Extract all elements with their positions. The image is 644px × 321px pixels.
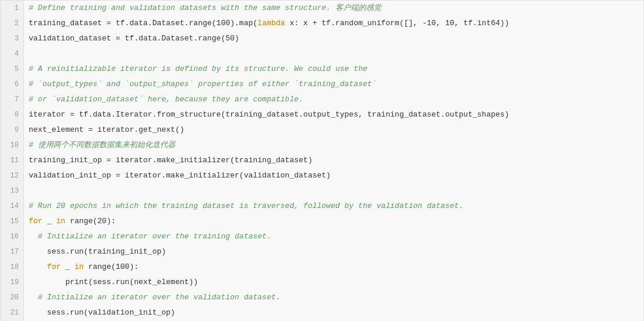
token-comment: # Define training and validation dataset… xyxy=(29,4,381,12)
token-normal xyxy=(29,232,38,241)
line-row: 18 for _ in range(100): xyxy=(1,259,643,275)
line-content: # Define training and validation dataset… xyxy=(24,1,643,16)
line-content: # 使用两个不同数据数据集来初始化迭代器 xyxy=(24,138,643,153)
line-row: 13 xyxy=(1,183,643,199)
token-comment: # Run 20 epochs in which the training da… xyxy=(29,202,463,210)
token-normal: training_init_op = iterator.make_initial… xyxy=(29,156,313,165)
token-normal: validation_dataset = tf.data.Dataset.ran… xyxy=(29,34,239,43)
line-row: 19 print(sess.run(next_element)) xyxy=(1,275,643,290)
line-content: # A reinitializable iterator is defined … xyxy=(24,62,643,77)
line-content: # Initialize an iterator over the traini… xyxy=(24,229,643,244)
line-number: 10 xyxy=(1,138,24,153)
line-content: # Run 20 epochs in which the training da… xyxy=(24,199,643,214)
line-content: for _ in range(100): xyxy=(24,259,643,275)
line-row: 11training_init_op = iterator.make_initi… xyxy=(1,153,643,168)
token-keyword: for xyxy=(47,262,60,271)
token-keyword: in xyxy=(56,217,66,226)
token-comment: # Initialize an iterator over the traini… xyxy=(38,232,272,241)
line-content: # Initialize an iterator over the valida… xyxy=(24,290,643,305)
token-normal: range(100): xyxy=(84,262,139,271)
code-editor: 1# Define training and validation datase… xyxy=(0,0,644,321)
line-number: 18 xyxy=(1,259,24,275)
line-row: 4 xyxy=(1,46,643,62)
token-normal: _ xyxy=(61,262,74,271)
line-number: 2 xyxy=(1,16,24,31)
line-row: 8iterator = tf.data.Iterator.from_struct… xyxy=(1,107,643,122)
line-number: 16 xyxy=(1,229,24,244)
line-number: 19 xyxy=(1,275,24,290)
token-comment: # 使用两个不同数据数据集来初始化迭代器 xyxy=(29,141,175,149)
line-number: 13 xyxy=(1,183,24,199)
token-normal: iterator = tf.data.Iterator.from_structu… xyxy=(29,110,509,119)
line-number: 9 xyxy=(1,122,24,138)
line-row: 5# A reinitializable iterator is defined… xyxy=(1,62,643,77)
token-keyword: in xyxy=(74,262,84,271)
token-comment: # Initialize an iterator over the valida… xyxy=(38,293,280,302)
line-content: # `output_types` and `output_shapes` pro… xyxy=(24,77,643,92)
line-row: 17 sess.run(training_init_op) xyxy=(1,244,643,259)
line-row: 1# Define training and validation datase… xyxy=(1,1,643,16)
line-row: 20 # Initialize an iterator over the val… xyxy=(1,290,643,305)
line-row: 16 # Initialize an iterator over the tra… xyxy=(1,229,643,244)
token-normal: sess.run(training_init_op) xyxy=(29,247,166,256)
line-row: 21 sess.run(validation_init_op) xyxy=(1,305,643,320)
line-row: 14# Run 20 epochs in which the training … xyxy=(1,199,643,214)
line-content xyxy=(24,46,643,49)
line-content: for _ in range(20): xyxy=(24,214,643,229)
line-row: 15for _ in range(20): xyxy=(1,214,643,229)
line-number: 7 xyxy=(1,92,24,107)
line-content: training_dataset = tf.data.Dataset.range… xyxy=(24,16,643,31)
line-row: 2training_dataset = tf.data.Dataset.rang… xyxy=(1,16,643,31)
line-row: 3validation_dataset = tf.data.Dataset.ra… xyxy=(1,31,643,46)
token-normal: sess.run(validation_init_op) xyxy=(29,308,175,317)
line-number: 14 xyxy=(1,199,24,214)
line-content: # or `validation_dataset` here, because … xyxy=(24,92,643,107)
line-content: validation_init_op = iterator.make_initi… xyxy=(24,168,643,183)
token-normal: validation_init_op = iterator.make_initi… xyxy=(29,171,331,180)
line-content: print(sess.run(next_element)) xyxy=(24,275,643,290)
token-normal: next_element = iterator.get_next() xyxy=(29,125,184,134)
line-number: 4 xyxy=(1,46,24,62)
line-row: 6# `output_types` and `output_shapes` pr… xyxy=(1,77,643,92)
line-row: 9next_element = iterator.get_next() xyxy=(1,122,643,138)
token-comment: # `output_types` and `output_shapes` pro… xyxy=(29,80,377,88)
line-number: 3 xyxy=(1,31,24,46)
line-row: 7# or `validation_dataset` here, because… xyxy=(1,92,643,107)
token-normal xyxy=(29,262,47,271)
code-lines: 1# Define training and validation datase… xyxy=(1,1,643,321)
line-number: 5 xyxy=(1,62,24,77)
token-normal: training_dataset = tf.data.Dataset.range… xyxy=(29,19,257,28)
line-number: 15 xyxy=(1,214,24,229)
line-content: training_init_op = iterator.make_initial… xyxy=(24,153,643,168)
line-number: 17 xyxy=(1,244,24,259)
line-content: next_element = iterator.get_next() xyxy=(24,122,643,138)
line-number: 11 xyxy=(1,153,24,168)
line-content: sess.run(training_init_op) xyxy=(24,244,643,259)
line-content: iterator = tf.data.Iterator.from_structu… xyxy=(24,107,643,122)
line-number: 12 xyxy=(1,168,24,183)
line-number: 20 xyxy=(1,290,24,305)
line-number: 21 xyxy=(1,305,24,320)
token-normal: _ xyxy=(42,217,56,226)
line-number: 6 xyxy=(1,77,24,92)
token-normal xyxy=(29,293,38,302)
token-normal: x: x + tf.random_uniform([], -10, 10, tf… xyxy=(285,19,509,28)
line-content: validation_dataset = tf.data.Dataset.ran… xyxy=(24,31,643,46)
line-row: 10# 使用两个不同数据数据集来初始化迭代器 xyxy=(1,138,643,153)
line-row: 12validation_init_op = iterator.make_ini… xyxy=(1,168,643,183)
line-number: 8 xyxy=(1,107,24,122)
token-comment: # A reinitializable iterator is defined … xyxy=(29,64,367,73)
line-content: sess.run(validation_init_op) xyxy=(24,305,643,320)
line-number: 1 xyxy=(1,1,24,16)
token-normal: print(sess.run(next_element)) xyxy=(29,278,198,286)
token-comment: # or `validation_dataset` here, because … xyxy=(29,95,303,104)
token-normal: range(20): xyxy=(65,217,116,226)
token-keyword: for xyxy=(29,217,42,226)
token-keyword: lambda xyxy=(257,19,285,28)
line-content xyxy=(24,183,643,186)
